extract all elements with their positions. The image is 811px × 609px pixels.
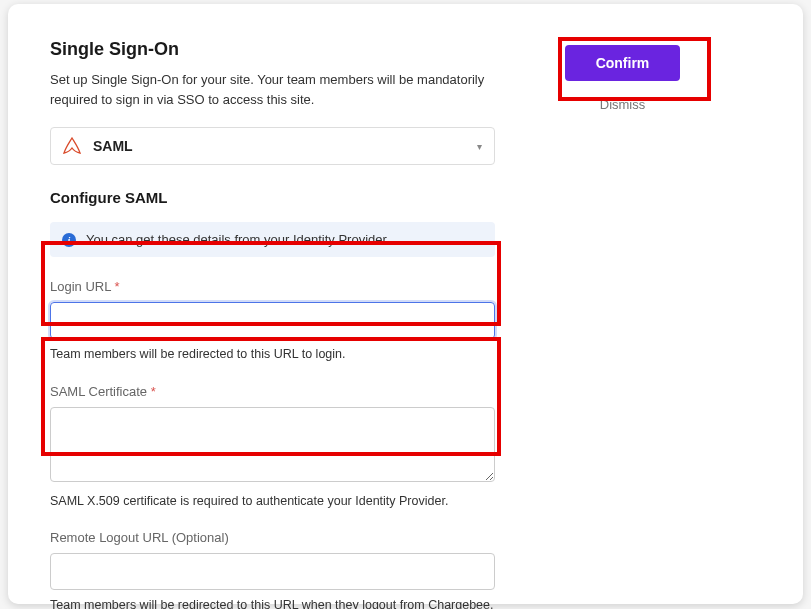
logout-url-input[interactable]: [50, 553, 495, 590]
dismiss-button[interactable]: Dismiss: [565, 97, 680, 112]
saml-icon: [63, 137, 81, 155]
saml-cert-input[interactable]: [50, 407, 495, 482]
logout-url-group: Remote Logout URL (Optional) Team member…: [50, 530, 495, 609]
info-banner-text: You can get these details from your Iden…: [86, 232, 390, 247]
logout-url-label: Remote Logout URL (Optional): [50, 530, 495, 545]
login-url-helper: Team members will be redirected to this …: [50, 346, 495, 364]
confirm-button[interactable]: Confirm: [565, 45, 680, 81]
login-url-input[interactable]: [50, 302, 495, 339]
required-mark: *: [151, 384, 156, 399]
info-banner: i You can get these details from your Id…: [50, 222, 495, 257]
saml-cert-helper: SAML X.509 certificate is required to au…: [50, 493, 495, 511]
provider-select-label: SAML: [93, 138, 465, 154]
required-mark: *: [115, 279, 120, 294]
logout-url-helper: Team members will be redirected to this …: [50, 597, 495, 609]
login-url-group: Login URL * Team members will be redirec…: [50, 279, 495, 364]
provider-select[interactable]: SAML ▾: [50, 127, 495, 165]
page-title: Single Sign-On: [50, 39, 495, 60]
page-description: Set up Single Sign-On for your site. You…: [50, 70, 495, 109]
login-url-label: Login URL *: [50, 279, 495, 294]
info-icon: i: [62, 233, 76, 247]
section-title: Configure SAML: [50, 189, 495, 206]
saml-cert-group: SAML Certificate * SAML X.509 certificat…: [50, 384, 495, 511]
saml-cert-label: SAML Certificate *: [50, 384, 495, 399]
chevron-down-icon: ▾: [477, 141, 482, 152]
